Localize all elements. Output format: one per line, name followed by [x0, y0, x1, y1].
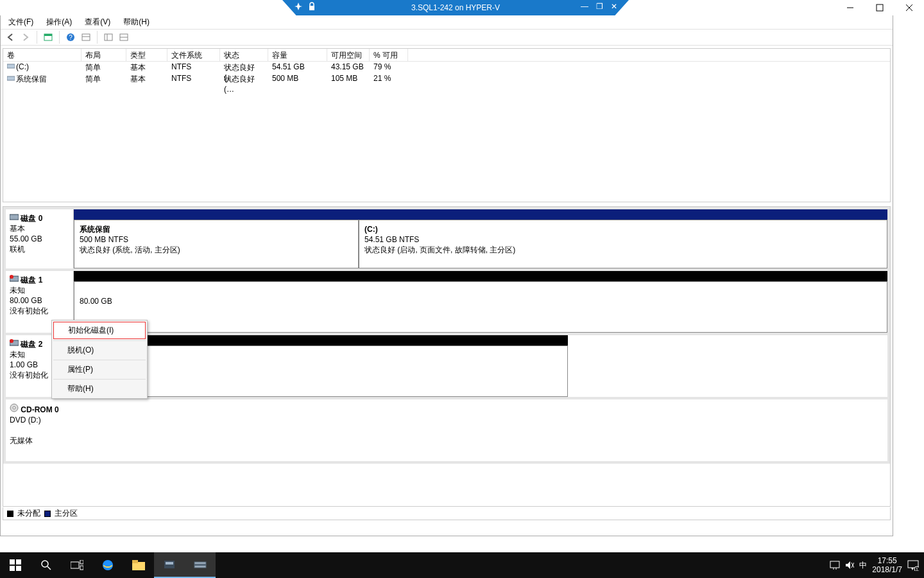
- action-center-icon[interactable]: 1: [907, 559, 919, 571]
- start-button[interactable]: [0, 552, 31, 578]
- pin-icon[interactable]: [294, 2, 303, 11]
- volume-name: (C:): [16, 62, 29, 71]
- taskbar-ie[interactable]: [92, 552, 123, 578]
- svg-text:?: ?: [69, 34, 73, 41]
- taskview-button[interactable]: [62, 552, 92, 578]
- tray-clock[interactable]: 17:55 2018/1/7: [872, 556, 902, 574]
- volume-status: 状态良好 (…: [220, 62, 268, 73]
- search-button[interactable]: [31, 552, 62, 578]
- window-maximize-button[interactable]: [865, 0, 894, 15]
- col-free[interactable]: 可用空间: [327, 49, 370, 61]
- menu-action[interactable]: 操作(A): [40, 15, 78, 29]
- disk-warning-icon: [10, 275, 19, 283]
- svg-point-30: [42, 561, 48, 567]
- disk-line3: 无媒体: [10, 436, 33, 445]
- window-minimize-button[interactable]: [835, 0, 865, 15]
- col-type[interactable]: 类型: [126, 49, 167, 61]
- disk-row[interactable]: 磁盘 0 基本 55.00 GB 联机 系统保留 500 MB NTFS 状态良…: [3, 207, 890, 271]
- partition-box[interactable]: 未分配: [74, 346, 568, 397]
- volume-header-row: 卷 布局 类型 文件系统 状态 容量 可用空间 % 可用: [3, 49, 890, 62]
- taskbar[interactable]: 中 17:55 2018/1/7 1: [0, 552, 924, 578]
- col-capacity[interactable]: 容量: [268, 49, 327, 61]
- volume-row[interactable]: 系统保留 简单 基本 NTFS 状态良好 (… 500 MB 105 MB 21…: [3, 73, 890, 85]
- menu-help[interactable]: 帮助(H): [117, 15, 156, 29]
- vm-close-icon[interactable]: ✕: [611, 2, 617, 11]
- volume-row[interactable]: (C:) 简单 基本 NTFS 状态良好 (… 54.51 GB 43.15 G…: [3, 62, 890, 73]
- window-close-button[interactable]: [894, 0, 924, 15]
- ctx-offline[interactable]: 脱机(O): [53, 342, 146, 358]
- lock-icon[interactable]: [308, 2, 316, 11]
- hyperv-title: 3.SQL1-242 on HYPER-V: [411, 3, 500, 12]
- tray-ime[interactable]: 中: [859, 560, 867, 571]
- toolbar-btn-4[interactable]: [117, 30, 131, 44]
- help-button[interactable]: ?: [64, 30, 78, 44]
- drive-icon: [7, 62, 15, 70]
- volume-list[interactable]: 卷 布局 类型 文件系统 状态 容量 可用空间 % 可用 (C:) 简单 基本 …: [3, 48, 891, 202]
- svg-rect-21: [309, 6, 314, 10]
- disk-warning-icon: [10, 339, 19, 347]
- menu-view[interactable]: 查看(V): [78, 15, 117, 29]
- col-volume[interactable]: 卷: [3, 49, 81, 61]
- svg-rect-12: [7, 64, 15, 68]
- partition-stripe: [74, 335, 568, 346]
- volume-layout: 简单: [81, 73, 126, 85]
- taskbar-explorer[interactable]: [123, 552, 154, 578]
- ctx-properties[interactable]: 属性(P): [53, 362, 146, 378]
- partition-line1: 54.51 GB NTFS: [364, 235, 419, 244]
- back-button[interactable]: [3, 30, 17, 44]
- svg-rect-37: [132, 560, 138, 563]
- disk-label: CD-ROM 0 DVD (D:) 无媒体: [6, 399, 74, 461]
- tray-network-icon[interactable]: [830, 561, 840, 570]
- toolbar-btn-2[interactable]: [79, 30, 93, 44]
- vm-restore-icon[interactable]: ❐: [596, 2, 603, 11]
- taskbar-server-manager[interactable]: [154, 552, 185, 578]
- partition-box[interactable]: 80.00 GB: [74, 281, 887, 333]
- col-fs[interactable]: 文件系统: [167, 49, 220, 61]
- ctx-initialize-disk[interactable]: 初始化磁盘(I): [53, 322, 146, 339]
- svg-rect-28: [10, 566, 15, 571]
- context-menu[interactable]: 初始化磁盘(I) 脱机(O) 属性(P) 帮助(H): [51, 320, 148, 399]
- partition-box[interactable]: (C:) 54.51 GB NTFS 状态良好 (启动, 页面文件, 故障转储,…: [359, 220, 887, 268]
- disk-title: CD-ROM 0: [21, 405, 58, 414]
- col-pct[interactable]: % 可用: [370, 49, 408, 61]
- col-status[interactable]: 状态: [220, 49, 268, 61]
- legend-unallocated: 未分配: [17, 508, 40, 519]
- partition-stripe: [74, 271, 887, 281]
- volume-type: 基本: [126, 73, 167, 85]
- svg-rect-13: [7, 76, 15, 80]
- partition-box[interactable]: 系统保留 500 MB NTFS 状态良好 (系统, 活动, 主分区): [74, 220, 359, 268]
- svg-rect-27: [16, 559, 21, 565]
- svg-rect-41: [194, 564, 206, 566]
- partition-line2: 状态良好 (启动, 页面文件, 故障转储, 主分区): [364, 245, 515, 254]
- ctx-help[interactable]: 帮助(H): [53, 381, 146, 397]
- disk-line1: 基本: [10, 224, 25, 233]
- svg-text:1: 1: [916, 567, 918, 571]
- outer-titlebar: 3.SQL1-242 on HYPER-V — ❐ ✕: [0, 0, 924, 15]
- forward-button[interactable]: [19, 30, 33, 44]
- partition-title: 系统保留: [80, 225, 110, 234]
- svg-rect-29: [16, 566, 21, 571]
- toolbar-btn-3[interactable]: [101, 30, 116, 44]
- disk-line1: DVD (D:): [10, 416, 41, 425]
- system-tray[interactable]: 中 17:55 2018/1/7 1: [825, 556, 924, 574]
- col-layout[interactable]: 布局: [81, 49, 126, 61]
- vm-minimize-icon[interactable]: —: [581, 2, 588, 11]
- svg-point-16: [10, 275, 13, 279]
- svg-marker-49: [911, 568, 914, 570]
- legend-primary: 主分区: [55, 508, 78, 519]
- partition-stripe: [359, 209, 887, 220]
- toolbar-btn-1[interactable]: [41, 30, 55, 44]
- tray-volume-icon[interactable]: [845, 561, 854, 570]
- tray-time: 17:55: [872, 556, 902, 565]
- svg-rect-3: [44, 34, 52, 36]
- disk-line2: 1.00 GB: [10, 360, 38, 369]
- taskbar-disk-management[interactable]: [185, 552, 216, 578]
- tray-date: 2018/1/7: [872, 565, 902, 574]
- volume-pct: 21 %: [370, 73, 408, 85]
- svg-rect-33: [80, 560, 83, 564]
- partition-line1: 80.00 GB: [80, 297, 112, 306]
- disk-row[interactable]: CD-ROM 0 DVD (D:) 无媒体: [3, 399, 890, 464]
- hyperv-titlebar[interactable]: 3.SQL1-242 on HYPER-V — ❐ ✕: [282, 0, 629, 15]
- menu-file[interactable]: 文件(F): [2, 15, 40, 29]
- menubar[interactable]: 文件(F) 操作(A) 查看(V) 帮助(H): [1, 15, 893, 29]
